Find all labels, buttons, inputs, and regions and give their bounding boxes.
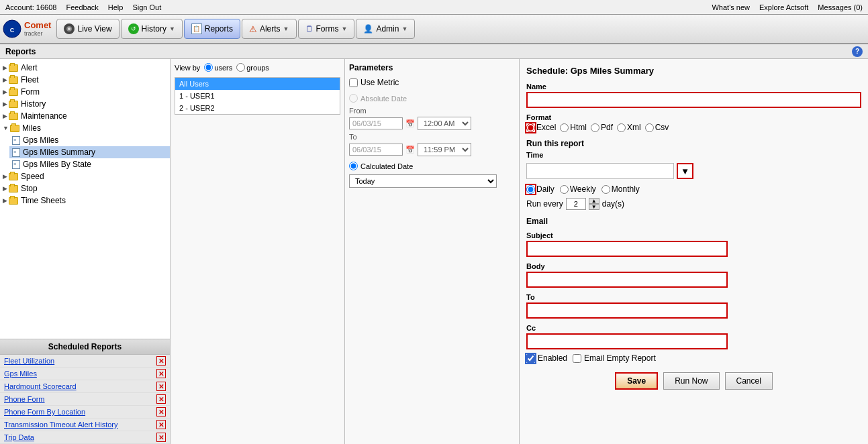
to-time-select[interactable]: 11:59 PM <box>418 143 471 156</box>
tree-item-miles[interactable]: ▼ Miles <box>0 122 170 134</box>
viewby-users-radio[interactable] <box>204 63 213 72</box>
signout-link[interactable]: Sign Out <box>132 3 161 11</box>
tree-item-alert[interactable]: ▶ Alert <box>0 62 170 74</box>
from-time-select[interactable]: 12:00 AM <box>418 117 471 130</box>
save-button[interactable]: Save <box>615 372 658 390</box>
format-pdf-radio[interactable] <box>591 123 599 132</box>
viewby-users-radio-label[interactable]: users <box>204 63 232 72</box>
nav-admin[interactable]: 👤 Admin ▼ <box>356 19 415 39</box>
body-input[interactable] <box>526 272 728 288</box>
expand-stop-icon[interactable]: ▶ <box>3 185 7 192</box>
cc-input[interactable] <box>526 333 728 349</box>
format-csv-radio[interactable] <box>645 123 654 132</box>
freq-daily-radio[interactable] <box>526 185 535 194</box>
tree-item-gps-miles-summary[interactable]: Gps Miles Summary <box>9 146 170 158</box>
scheduled-delete-transmission[interactable]: ✕ <box>156 420 166 429</box>
format-html-label[interactable]: Html <box>560 123 587 132</box>
format-csv-label[interactable]: Csv <box>645 123 669 132</box>
nav-history[interactable]: ↺ History ▼ <box>121 19 183 39</box>
freq-daily-label[interactable]: Daily <box>526 184 554 194</box>
tree-item-stop[interactable]: ▶ Stop <box>0 182 170 195</box>
format-excel-label[interactable]: Excel <box>526 123 556 132</box>
run-every-input[interactable] <box>566 198 586 210</box>
user-list-item-2[interactable]: 2 - USER2 <box>175 102 340 114</box>
user-list-item-1[interactable]: 1 - USER1 <box>175 90 340 102</box>
scheduled-item-phone-form-loc[interactable]: Phone Form By Location ✕ <box>0 406 170 419</box>
email-empty-label-wrapper[interactable]: Email Empty Report <box>573 353 656 363</box>
whatsnew-link[interactable]: What's new <box>712 3 750 11</box>
tree-item-timesheets[interactable]: ▶ Time Sheets <box>0 195 170 207</box>
expand-form-icon[interactable]: ▶ <box>3 89 7 95</box>
from-cal-icon[interactable]: 📅 <box>405 119 415 128</box>
scheduled-item-transmission[interactable]: Transmission Timeout Alert History ✕ <box>0 419 170 431</box>
scheduled-delete-fleet-util[interactable]: ✕ <box>156 356 166 366</box>
absolute-date-radio[interactable] <box>349 94 358 103</box>
cancel-button[interactable]: Cancel <box>725 372 773 390</box>
enabled-label-wrapper[interactable]: Enabled <box>526 353 567 363</box>
nav-forms[interactable]: 🗒 Forms ▼ <box>298 19 355 39</box>
viewby-groups-radio[interactable] <box>236 63 245 72</box>
format-xml-radio[interactable] <box>617 123 626 132</box>
tree-item-form[interactable]: ▶ Form <box>0 86 170 98</box>
expand-alert-icon[interactable]: ▶ <box>3 64 7 71</box>
time-dropdown-btn[interactable]: ▼ <box>677 163 693 179</box>
to-cal-icon[interactable]: 📅 <box>405 146 415 154</box>
help-link[interactable]: Help <box>108 3 124 11</box>
use-metric-checkbox[interactable] <box>349 78 358 87</box>
scheduled-item-hardmount[interactable]: Hardmount Scorecard ✕ <box>0 380 170 393</box>
scheduled-item-gps-miles[interactable]: Gps Miles ✕ <box>0 368 170 380</box>
logo[interactable]: C Comet tracker <box>3 19 51 38</box>
format-xml-label[interactable]: Xml <box>617 123 641 132</box>
to-date-input[interactable] <box>349 144 403 156</box>
format-pdf-label[interactable]: Pdf <box>591 123 613 132</box>
messages-link[interactable]: Messages (0) <box>818 3 863 11</box>
scheduled-item-fleet-util[interactable]: Fleet Utilization ✕ <box>0 355 170 368</box>
scheduled-delete-hardmount[interactable]: ✕ <box>156 382 166 391</box>
calculated-date-radio[interactable] <box>349 162 358 170</box>
enabled-checkbox[interactable] <box>526 354 535 363</box>
email-empty-checkbox[interactable] <box>573 354 581 363</box>
expand-miles-icon[interactable]: ▼ <box>3 125 9 131</box>
name-input[interactable] <box>526 92 861 108</box>
freq-monthly-label[interactable]: Monthly <box>601 184 640 194</box>
tree-item-gps-miles[interactable]: Gps Miles <box>9 134 170 146</box>
format-excel-radio[interactable] <box>526 123 535 132</box>
nav-liveview[interactable]: Live View <box>56 19 119 39</box>
scheduled-delete-phone-form[interactable]: ✕ <box>156 394 166 404</box>
user-list-item-all[interactable]: All Users <box>175 78 340 90</box>
freq-weekly-label[interactable]: Weekly <box>560 184 596 194</box>
tree-item-speed[interactable]: ▶ Speed <box>0 170 170 182</box>
scheduled-delete-trip[interactable]: ✕ <box>156 433 166 442</box>
tree-item-maintenance[interactable]: ▶ Maintenance <box>0 110 170 122</box>
expand-maintenance-icon[interactable]: ▶ <box>3 113 7 119</box>
run-every-spinner[interactable]: ▲ ▼ <box>589 198 599 210</box>
expand-fleet-icon[interactable]: ▶ <box>3 76 7 83</box>
help-info-icon[interactable]: ? <box>852 46 863 57</box>
freq-weekly-radio[interactable] <box>560 185 569 194</box>
tree-item-history[interactable]: ▶ History <box>0 98 170 110</box>
feedback-link[interactable]: Feedback <box>66 3 98 11</box>
run-now-button[interactable]: Run Now <box>663 372 719 390</box>
scheduled-item-trip[interactable]: Trip Data ✕ <box>0 431 170 444</box>
time-input[interactable] <box>526 163 674 179</box>
explore-link[interactable]: Explore Actsoft <box>759 3 808 11</box>
scheduled-item-phone-form[interactable]: Phone Form ✕ <box>0 393 170 406</box>
spin-up-btn[interactable]: ▲ <box>589 198 599 204</box>
scheduled-delete-phone-form-loc[interactable]: ✕ <box>156 407 166 417</box>
nav-alerts[interactable]: ⚠ Alerts ▼ <box>242 19 297 39</box>
scheduled-delete-gps-miles[interactable]: ✕ <box>156 369 166 378</box>
expand-speed-icon[interactable]: ▶ <box>3 173 7 180</box>
subject-input[interactable] <box>526 241 728 257</box>
from-date-input[interactable] <box>349 117 403 129</box>
expand-timesheets-icon[interactable]: ▶ <box>3 197 7 204</box>
format-html-radio[interactable] <box>560 123 569 132</box>
tree-item-fleet[interactable]: ▶ Fleet <box>0 74 170 86</box>
nav-reports[interactable]: 📋 Reports <box>184 19 240 39</box>
calc-date-select[interactable]: Today Yesterday This Week Last Week This… <box>349 174 497 188</box>
to-input[interactable] <box>526 302 728 319</box>
tree-item-gps-miles-state[interactable]: Gps Miles By State <box>9 158 170 170</box>
spin-down-btn[interactable]: ▼ <box>589 204 599 210</box>
freq-monthly-radio[interactable] <box>601 185 610 194</box>
expand-history-icon[interactable]: ▶ <box>3 101 7 107</box>
viewby-groups-radio-label[interactable]: groups <box>236 63 269 72</box>
